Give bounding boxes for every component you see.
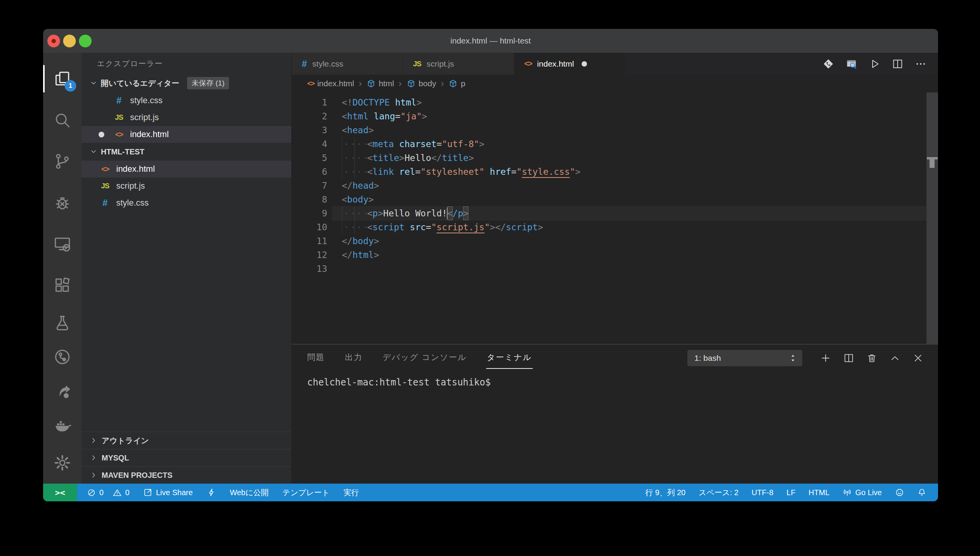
activity-item-docker[interactable] (43, 408, 82, 442)
activity-bar: 1 (43, 53, 82, 484)
activity-item-test[interactable] (43, 306, 82, 340)
remote-indicator[interactable]: >< (43, 484, 77, 501)
code-token: " (431, 220, 436, 234)
file-label: style.css (130, 95, 162, 106)
status-cursor-position[interactable]: 行 9、列 20 (645, 487, 685, 498)
open-editors-list: #style.cssJSscript.js<>index.html (82, 92, 291, 143)
status-eol[interactable]: LF (786, 488, 795, 497)
code-token: body (353, 234, 374, 248)
code-token: > (378, 206, 383, 220)
terminal-output[interactable]: chelchel-mac:html-test tatsuhiko$ (292, 372, 938, 484)
code-token: body (347, 193, 368, 206)
zoom-window-button[interactable] (79, 35, 92, 47)
tree-item-script.js[interactable]: JSscript.js (82, 178, 291, 194)
code-token: > (575, 165, 580, 179)
status-publish-web[interactable]: Webに公開 (230, 487, 269, 498)
tab-script.js[interactable]: JSscript.js (403, 53, 514, 75)
close-panel-button[interactable] (913, 353, 923, 363)
open-editor-index.html[interactable]: <>index.html (82, 126, 291, 143)
panel-tab-デバッグ コンソール[interactable]: デバッグ コンソール (383, 352, 467, 364)
status-label: UTF-8 (752, 488, 774, 497)
code-token: </ (431, 151, 442, 165)
more-actions-button[interactable] (915, 58, 926, 70)
activity-item-source-control[interactable] (43, 141, 82, 182)
code-line-11[interactable]: 11</body> (292, 234, 938, 248)
open-editors-header[interactable]: 開いているエディター 未保存 (1) (82, 74, 291, 92)
status-language-mode[interactable]: HTML (809, 488, 829, 497)
activity-item-gitlens[interactable] (43, 340, 82, 374)
activity-item-extensions[interactable] (43, 265, 82, 306)
indent-whitespace: ···· (342, 151, 367, 165)
shell-select[interactable]: 1: bash (687, 350, 803, 367)
problems-indicator[interactable]: 00 (87, 488, 129, 497)
chevron-right-icon (89, 471, 98, 479)
code-token: > (374, 179, 379, 193)
status-template[interactable]: テンプレート (283, 487, 329, 498)
code-line-6[interactable]: 6····<link rel="stylesheet" href="style.… (292, 165, 938, 179)
breadcrumb-item-body[interactable]: body (406, 79, 436, 88)
section-アウトライン[interactable]: アウトライン (82, 432, 291, 449)
breadcrumb-item-html[interactable]: html (366, 79, 394, 88)
panel-actions: 1: bash (687, 350, 938, 367)
run-button[interactable] (869, 58, 880, 70)
line-number: 13 (292, 262, 327, 276)
code-line-7[interactable]: 7</head> (292, 179, 938, 193)
panel-tab-ターミナル[interactable]: ターミナル (487, 352, 532, 364)
kill-terminal-button[interactable] (866, 353, 877, 363)
breadcrumb-item-p[interactable]: p (448, 79, 465, 88)
code-line-1[interactable]: 1<!DOCTYPE html> (292, 95, 938, 109)
code-line-3[interactable]: 3<head> (292, 123, 938, 137)
status-feedback[interactable] (895, 488, 904, 497)
code-line-4[interactable]: 4····<meta charset="utf-8"> (292, 137, 938, 151)
status-flash[interactable] (207, 488, 216, 497)
minimize-window-button[interactable] (63, 35, 76, 47)
activity-item-explorer[interactable]: 1 (43, 58, 82, 99)
status-go-live[interactable]: Go Live (843, 488, 882, 497)
tab-index.html[interactable]: <>index.html (514, 53, 625, 75)
activity-item-search[interactable] (43, 99, 82, 141)
breadcrumb-item-index.html[interactable]: <>index.html (307, 79, 354, 88)
section-MYSQL[interactable]: MYSQL (82, 449, 291, 466)
status-live-share[interactable]: Live Share (143, 488, 193, 497)
status-notifications[interactable] (917, 488, 926, 497)
modified-dot-icon (99, 132, 104, 137)
code-line-10[interactable]: 10····<script src="script.js"></script> (292, 220, 938, 234)
split-terminal-button[interactable] (843, 353, 854, 363)
open-editor-script.js[interactable]: JSscript.js (82, 109, 291, 126)
section-MAVEN PROJECTS[interactable]: MAVEN PROJECTS (82, 466, 291, 484)
close-window-button[interactable] (47, 35, 60, 47)
status-run-task[interactable]: 実行 (343, 487, 359, 498)
project-section-header[interactable]: HTML-TEST (82, 143, 291, 161)
open-preview-button[interactable] (846, 58, 857, 70)
share-icon (54, 382, 71, 400)
open-editor-style.css[interactable]: #style.css (82, 92, 291, 109)
code-line-12[interactable]: 12</html> (292, 248, 938, 262)
tree-item-index.html[interactable]: <>index.html (82, 161, 291, 178)
panel-tab-問題[interactable]: 問題 (307, 352, 325, 364)
code-line-2[interactable]: 2<html lang="ja"> (292, 109, 938, 123)
split-editor-button[interactable] (892, 58, 903, 70)
editor-scrollbar[interactable] (926, 92, 938, 344)
activity-item-remote-explorer[interactable] (43, 223, 82, 265)
activity-item-debug[interactable] (43, 182, 82, 223)
code-line-5[interactable]: 5····<title>Hello</title> (292, 151, 938, 165)
activity-item-settings[interactable] (43, 442, 82, 484)
file-label: script.js (130, 112, 159, 122)
code-token: < (342, 123, 347, 137)
activity-item-live-share[interactable] (43, 374, 82, 408)
code-token: = (436, 137, 442, 151)
panel-tab-出力[interactable]: 出力 (345, 352, 363, 364)
js-file-icon: JS (413, 60, 421, 68)
code-token: script.js (436, 220, 485, 234)
new-terminal-button[interactable] (820, 353, 831, 363)
code-line-13[interactable]: 13 (292, 262, 938, 276)
maximize-panel-button[interactable] (890, 353, 900, 363)
status-indentation[interactable]: スペース: 2 (699, 487, 739, 498)
open-changes-button[interactable] (823, 58, 834, 70)
tree-item-style.css[interactable]: #style.css (82, 194, 291, 211)
tab-style.css[interactable]: #style.css (292, 53, 403, 75)
code-line-9[interactable]: 9····<p>Hello World!</p> (292, 206, 938, 220)
code-line-8[interactable]: 8<body> (292, 193, 938, 206)
code-editor[interactable]: 1<!DOCTYPE html>2<html lang="ja">3<head>… (292, 92, 938, 344)
status-encoding[interactable]: UTF-8 (752, 488, 774, 497)
